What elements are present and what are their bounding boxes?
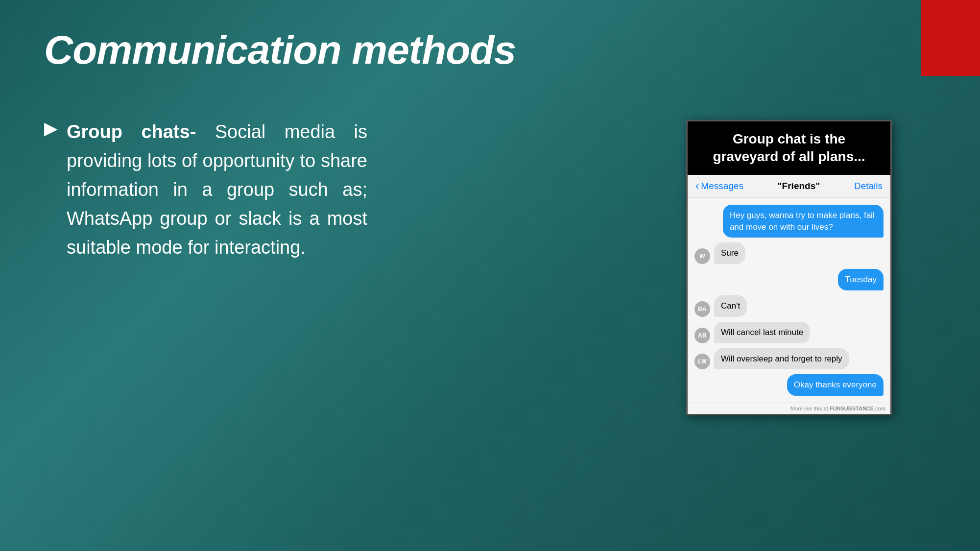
avatar-lw: LW [694,354,710,369]
bullet-arrow-icon: ▶ [44,120,58,137]
messages-navigation-bar: ‹ Messages "Friends" Details [688,175,890,198]
meme-header-banner: Group chat is the graveyard of all plans… [688,121,890,175]
meme-header-text: Group chat is the graveyard of all plans… [698,130,880,166]
meme-image: Group chat is the graveyard of all plans… [686,120,892,415]
bullet-bold-label: Group chats- [67,121,196,142]
messages-title: "Friends" [778,181,820,192]
content-area: ▶ Group chats- Social media is providing… [44,118,367,262]
chat-bubble-right-1: Hey guys, wanna try to make plans, fail … [723,205,884,238]
messages-back-button: ‹ Messages [695,180,743,192]
meme-footer: More like this at FUNSUBSTANCE.com [688,403,890,414]
slide-title: Communication methods [44,27,516,73]
chat-bubble-left-6: Will oversleep and forget to reply [714,348,849,370]
avatar-ba: BA [694,301,710,317]
chat-bubble-left-row-5: AB Will cancel last minute [694,322,884,343]
chat-bubble-right-7: Okay thanks everyone [787,374,884,396]
bullet-text: Group chats- Social media is providing l… [67,118,367,262]
chat-area: Hey guys, wanna try to make plans, fail … [688,198,890,403]
red-corner-decoration [921,0,980,76]
back-chevron-icon: ‹ [695,180,699,192]
chat-bubble-left-row-4: BA Can't [694,295,884,317]
chat-bubble-left-5: Will cancel last minute [714,322,810,343]
messages-back-label: Messages [701,181,743,192]
avatar-w: W [694,248,710,264]
chat-bubble-left-row-2: W Sure [694,242,884,264]
chat-bubble-left-row-6: LW Will oversleep and forget to reply [694,348,884,370]
messages-details-button: Details [854,181,883,192]
chat-bubble-left-4: Can't [714,295,747,317]
avatar-ab: AB [694,328,710,343]
chat-bubble-right-3: Tuesday [838,269,884,290]
bullet-item: ▶ Group chats- Social media is providing… [44,118,367,262]
meme-footer-brand: FUNSUBSTANCE [830,406,874,411]
chat-bubble-left-2: Sure [714,242,745,264]
